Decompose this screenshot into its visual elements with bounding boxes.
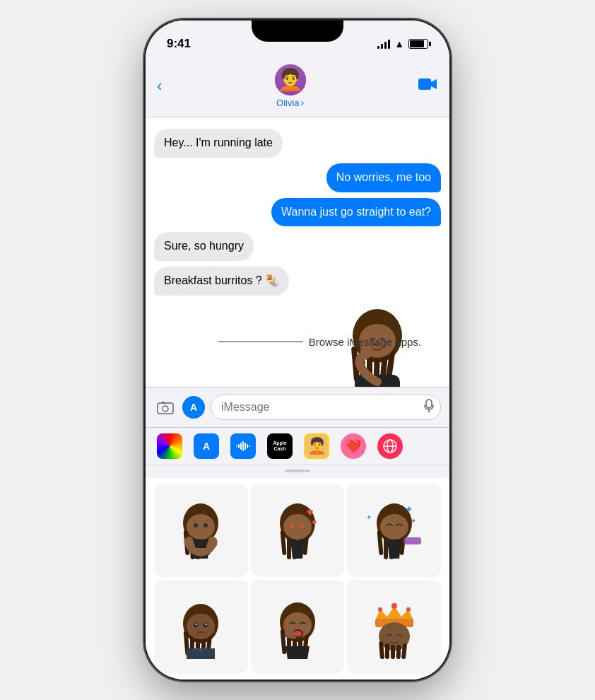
svg-point-66 — [194, 622, 199, 627]
svg-point-54 — [380, 514, 408, 539]
signal-bar-4 — [388, 40, 390, 49]
sticker-item[interactable]: ✦ ✦ ✦ — [347, 484, 441, 578]
svg-text:♥: ♥ — [312, 518, 317, 527]
sticker-sparkle: ✦ ✦ ✦ — [363, 498, 426, 562]
svg-rect-23 — [247, 444, 248, 448]
phone-frame: 9:41 ▲ ‹ — [146, 21, 449, 679]
svg-rect-87 — [391, 645, 395, 659]
photos-tab[interactable] — [157, 433, 182, 459]
svg-rect-0 — [418, 78, 431, 90]
svg-rect-19 — [238, 444, 240, 448]
message-text: Breakfast burritos ? 🌯 — [164, 274, 279, 286]
app-drawer-tabs: A AppleCash — [146, 428, 449, 465]
sticker-hearts: ♥ ♥ ♥ ♥ — [266, 498, 329, 562]
message-row: Hey... I'm running late — [154, 129, 441, 158]
back-arrow-icon: ‹ — [157, 77, 162, 95]
message-header: ‹ Olivia — [146, 59, 449, 117]
sticker-praying — [169, 498, 232, 562]
status-icons: ▲ — [377, 38, 428, 49]
received-bubble: Hey... I'm running late — [154, 129, 283, 158]
battery-icon — [408, 39, 428, 49]
mic-button[interactable] — [424, 399, 434, 416]
sticker-item[interactable] — [154, 484, 248, 578]
svg-rect-20 — [240, 443, 242, 450]
soundboard-icon — [235, 441, 251, 452]
contact-info[interactable]: Olivia — [275, 64, 306, 108]
input-area: A — [146, 387, 449, 427]
svg-text:♥: ♥ — [289, 522, 294, 532]
camera-icon — [157, 400, 174, 414]
drawer-handle-area — [146, 465, 449, 478]
browse-tab[interactable] — [377, 433, 403, 459]
avatar — [275, 64, 306, 95]
svg-rect-21 — [242, 441, 244, 451]
video-call-button[interactable] — [418, 77, 438, 95]
message-row: Breakfast burritos ? 🌯 — [154, 267, 441, 296]
status-time: 9:41 — [167, 37, 191, 51]
sticker-cool — [169, 595, 232, 659]
message-text: Hey... I'm running late — [164, 136, 273, 148]
soundboard-tab[interactable] — [230, 433, 256, 459]
svg-point-69 — [206, 624, 207, 625]
signal-bar-1 — [377, 46, 379, 49]
camera-button[interactable] — [154, 396, 177, 419]
svg-point-34 — [187, 514, 215, 539]
message-row: No worries, me too — [154, 163, 441, 192]
annotation-area: Browse iMessage apps. — [218, 336, 421, 348]
received-bubble: Breakfast burritos ? 🌯 — [154, 267, 289, 296]
sticker-item[interactable] — [347, 580, 441, 674]
apps-button[interactable]: A — [182, 396, 205, 419]
stickers-tab[interactable]: ❤️ — [341, 433, 366, 459]
sticker-item[interactable] — [154, 580, 248, 674]
svg-rect-58 — [403, 537, 421, 544]
message-row: Sure, so hungry — [154, 232, 441, 261]
svg-text:♥: ♥ — [300, 522, 305, 532]
svg-rect-24 — [249, 445, 250, 447]
avatar-figure — [275, 64, 306, 95]
svg-text:✦: ✦ — [405, 503, 413, 515]
signal-bars — [377, 39, 390, 49]
contact-name: Olivia — [276, 97, 304, 108]
svg-rect-15 — [162, 402, 165, 404]
annotation-text: Browse iMessage apps. — [309, 336, 421, 348]
svg-point-82 — [378, 607, 382, 612]
svg-text:♥: ♥ — [307, 506, 314, 518]
memoji-tab[interactable]: 🧑‍🦱 — [304, 433, 329, 459]
svg-rect-88 — [396, 645, 401, 659]
message-text: No worries, me too — [336, 171, 431, 183]
browse-icon — [382, 438, 398, 454]
svg-rect-18 — [236, 445, 237, 447]
svg-text:✦: ✦ — [411, 517, 416, 525]
svg-point-81 — [391, 603, 397, 609]
mic-icon — [424, 399, 434, 413]
svg-point-67 — [204, 622, 208, 627]
svg-point-79 — [287, 624, 295, 631]
apps-icon: A — [190, 402, 197, 413]
message-text: Sure, so hungry — [164, 240, 244, 252]
svg-point-35 — [194, 523, 198, 527]
svg-rect-22 — [245, 443, 246, 450]
svg-point-11 — [360, 348, 371, 359]
apple-cash-tab[interactable]: AppleCash — [267, 433, 293, 459]
received-bubble: Sure, so hungry — [154, 232, 254, 261]
annotation-line — [218, 342, 303, 342]
screen: 9:41 ▲ ‹ — [146, 21, 449, 679]
sticker-item[interactable]: ♥ ♥ ♥ ♥ — [251, 484, 345, 578]
sent-bubble: No worries, me too — [326, 163, 441, 192]
sticker-item[interactable] — [251, 580, 345, 674]
app-drawer: A AppleCash — [146, 427, 449, 679]
sent-bubble: Wanna just go straight to eat? — [271, 198, 441, 227]
svg-point-83 — [406, 607, 411, 612]
video-icon — [418, 77, 438, 91]
svg-point-36 — [204, 523, 208, 527]
back-button[interactable]: ‹ — [157, 77, 162, 95]
svg-point-65 — [187, 614, 215, 639]
sticker-yawn — [266, 595, 329, 659]
message-text: Wanna just go straight to eat? — [281, 206, 431, 218]
appstore-tab[interactable]: A — [194, 433, 219, 459]
sticker-crown — [363, 595, 426, 659]
svg-rect-86 — [385, 643, 389, 659]
message-input[interactable] — [211, 395, 441, 420]
svg-text:✦: ✦ — [366, 513, 372, 521]
drawer-handle — [285, 469, 310, 472]
